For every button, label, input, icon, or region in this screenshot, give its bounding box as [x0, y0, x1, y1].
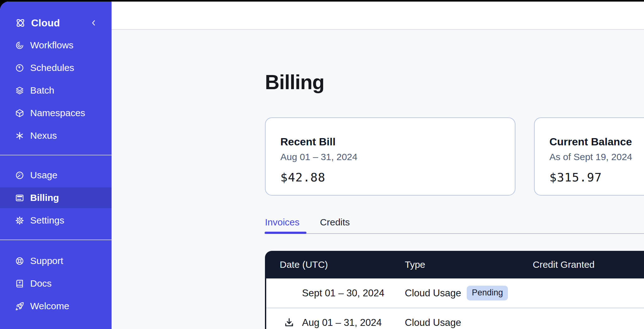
download-icon — [283, 317, 295, 328]
sidebar-item-nexus[interactable]: Nexus — [0, 125, 112, 146]
invoices-table-body: Sept 01 – 30, 2024 Cloud Usage Pending — [265, 278, 644, 329]
invoice-date-cell: Aug 01 – 31, 2024 — [266, 317, 405, 328]
sidebar-group-account: Usage Billing Settings — [0, 165, 112, 233]
schedules-icon — [15, 63, 25, 73]
sidebar-item-label: Usage — [30, 170, 58, 181]
recent-bill-title: Recent Bill — [280, 136, 515, 148]
sidebar-item-billing[interactable]: Billing — [0, 187, 112, 208]
invoice-type: Cloud Usage — [405, 317, 461, 328]
sidebar-item-workflows[interactable]: Workflows — [0, 35, 112, 56]
sidebar-item-welcome[interactable]: Welcome — [0, 296, 112, 316]
sidebar-item-schedules[interactable]: Schedules — [0, 57, 112, 78]
support-lifebuoy-icon — [15, 256, 25, 266]
invoice-type-cell: Cloud Usage Pending — [405, 286, 533, 300]
sidebar-item-settings[interactable]: Settings — [0, 210, 112, 231]
sidebar-group-help: Support Docs Welcome — [0, 251, 112, 318]
sidebar-item-support[interactable]: Support — [0, 251, 112, 271]
sidebar-item-label: Billing — [30, 192, 59, 203]
download-invoice-button[interactable] — [283, 317, 295, 328]
welcome-rocket-icon — [15, 301, 25, 311]
settings-gear-icon — [15, 216, 25, 225]
download-slot — [283, 317, 302, 328]
current-balance-title: Current Balance — [549, 136, 644, 148]
temporal-cloud-logo-icon — [15, 17, 26, 29]
sidebar-item-label: Docs — [30, 278, 52, 289]
sidebar-divider — [0, 155, 112, 155]
top-bar — [112, 2, 644, 30]
current-balance-card: Current Balance As of Sept 19, 2024 $315… — [534, 117, 644, 196]
sidebar-item-label: Welcome — [30, 301, 69, 311]
nexus-asterisk-icon — [15, 131, 25, 141]
sidebar-item-docs[interactable]: Docs — [0, 273, 112, 294]
page-title: Billing — [265, 71, 324, 94]
invoice-row-aug: Aug 01 – 31, 2024 Cloud Usage — [266, 308, 644, 329]
sidebar-item-label: Support — [30, 256, 63, 266]
batch-layers-icon — [15, 86, 25, 95]
current-balance-period: As of Sept 19, 2024 — [549, 152, 644, 162]
active-tab-indicator — [265, 232, 306, 234]
recent-bill-card: Recent Bill Aug 01 – 31, 2024 $42.88 — [265, 117, 515, 196]
recent-bill-period: Aug 01 – 31, 2024 — [280, 152, 515, 162]
sidebar-item-namespaces[interactable]: Namespaces — [0, 103, 112, 123]
sidebar-item-label: Batch — [30, 85, 54, 96]
invoice-date-cell: Sept 01 – 30, 2024 — [266, 288, 405, 299]
status-badge: Pending — [467, 286, 508, 300]
sidebar-divider — [0, 240, 112, 240]
invoice-date: Sept 01 – 30, 2024 — [302, 288, 384, 299]
invoice-type: Cloud Usage — [405, 288, 461, 299]
sidebar-item-batch[interactable]: Batch — [0, 80, 112, 101]
sidebar-item-usage[interactable]: Usage — [0, 165, 112, 186]
sidebar-item-label: Schedules — [30, 62, 74, 73]
sidebar-item-label: Workflows — [30, 40, 74, 51]
column-header-type: Type — [405, 259, 533, 270]
current-balance-amount: $315.97 — [549, 170, 644, 184]
app-window: Cloud Workflows — [0, 2, 644, 329]
tabs-divider — [265, 233, 644, 234]
sidebar-group-workspace: Workflows Schedules Batch — [0, 35, 112, 148]
workflows-icon — [15, 40, 25, 50]
usage-gauge-icon — [15, 170, 25, 180]
tab-credits[interactable]: Credits — [320, 213, 350, 234]
sidebar-logo-label: Cloud — [31, 17, 60, 29]
invoices-table-header: Date (UTC) Type Credit Granted — [265, 251, 644, 278]
invoices-table: Date (UTC) Type Credit Granted Sept 01 –… — [265, 251, 644, 329]
docs-book-icon — [15, 279, 25, 289]
sidebar: Cloud Workflows — [0, 2, 112, 329]
sidebar-item-label: Nexus — [30, 130, 57, 141]
column-header-date: Date (UTC) — [265, 259, 405, 270]
chevron-left-icon — [90, 18, 98, 28]
column-header-credit-granted: Credit Granted — [533, 259, 644, 270]
sidebar-logo[interactable]: Cloud — [0, 13, 112, 33]
main-content: Billing Recent Bill Aug 01 – 31, 2024 $4… — [112, 30, 644, 329]
sidebar-collapse-button[interactable] — [90, 18, 98, 28]
invoice-date: Aug 01 – 31, 2024 — [302, 317, 382, 328]
sidebar-item-label: Namespaces — [30, 108, 85, 118]
invoice-type-cell: Cloud Usage — [405, 317, 533, 328]
tab-invoices[interactable]: Invoices — [265, 213, 300, 234]
billing-tabs: Invoices Credits — [265, 213, 350, 234]
sidebar-item-label: Settings — [30, 215, 64, 226]
invoice-row-sept: Sept 01 – 30, 2024 Cloud Usage Pending — [266, 278, 644, 308]
namespaces-cube-icon — [15, 108, 25, 118]
recent-bill-amount: $42.88 — [280, 170, 515, 184]
billing-invoice-icon — [15, 193, 25, 203]
